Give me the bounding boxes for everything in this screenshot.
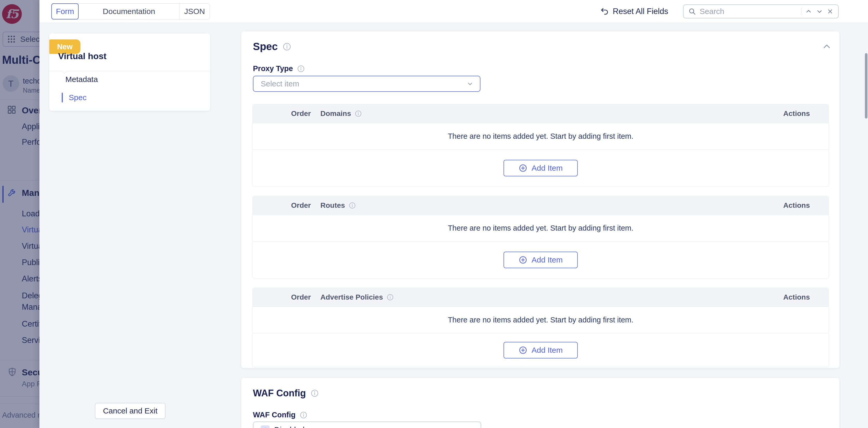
tab-documentation[interactable]: Documentation: [79, 4, 180, 19]
waf-config-section-header: WAF Config: [253, 388, 319, 399]
info-circle-icon[interactable]: [386, 294, 394, 301]
domains-header-text: Domains: [320, 110, 351, 118]
column-header-routes: Routes: [320, 201, 356, 210]
form-nav-panel: New Virtual host Metadata Spec: [49, 33, 210, 111]
domains-table: Order Domains Actions There are no items…: [252, 104, 829, 187]
domains-table-footer: Add Item: [253, 149, 829, 186]
add-route-item-button[interactable]: Add Item: [503, 252, 578, 268]
waf-config-field-label: WAF Config: [253, 410, 307, 419]
search-prev-button[interactable]: [805, 8, 812, 15]
form-title: Virtual host: [58, 51, 106, 61]
undo-arrow-icon: [600, 7, 609, 16]
spec-section-card: Spec Proxy Type Select item: [241, 31, 839, 368]
column-header-domains: Domains: [320, 110, 362, 118]
column-header-actions: Actions: [783, 201, 810, 210]
proxy-type-select[interactable]: Select item: [253, 76, 480, 92]
tab-json[interactable]: JSON: [180, 4, 210, 19]
nav-item-spec[interactable]: Spec: [69, 93, 86, 102]
waf-config-label-text: WAF Config: [253, 410, 296, 419]
add-item-label: Add Item: [531, 346, 563, 355]
search-next-button[interactable]: [816, 8, 823, 15]
routes-table-header: Order Routes Actions: [253, 196, 829, 215]
column-header-actions: Actions: [783, 293, 810, 301]
chevron-down-icon: [466, 80, 474, 87]
column-header-order: Order: [291, 293, 311, 301]
domains-table-header: Order Domains Actions: [253, 104, 829, 123]
column-header-actions: Actions: [783, 110, 810, 118]
search-input[interactable]: [700, 7, 798, 16]
scrollbar-thumb[interactable]: [865, 53, 867, 119]
info-circle-icon[interactable]: [349, 202, 356, 209]
info-circle-icon[interactable]: [300, 411, 307, 419]
advertise-policies-empty-message: There are no items added yet. Start by a…: [253, 307, 829, 333]
search-clear-button[interactable]: [827, 8, 834, 15]
active-item-indicator: [62, 93, 63, 102]
reset-all-fields-button[interactable]: Reset All Fields: [600, 6, 668, 17]
add-domain-item-button[interactable]: Add Item: [503, 160, 578, 176]
routes-table: Order Routes Actions There are no items …: [252, 196, 829, 279]
column-header-order: Order: [291, 201, 311, 210]
waf-config-value-text: Disabled: [274, 425, 305, 428]
routes-empty-message: There are no items added yet. Start by a…: [253, 215, 829, 241]
plus-circle-icon: [519, 255, 527, 264]
info-circle-icon[interactable]: [354, 110, 362, 117]
view-tab-group: Form Documentation JSON: [51, 3, 210, 20]
add-item-label: Add Item: [531, 255, 563, 264]
waf-config-value: Disabled: [261, 425, 467, 428]
reset-all-fields-label: Reset All Fields: [613, 7, 668, 16]
routes-header-text: Routes: [320, 201, 345, 210]
waf-disabled-icon: [261, 425, 270, 428]
search-box: [683, 4, 839, 19]
collapse-notch: [62, 68, 67, 74]
search-icon: [688, 7, 696, 15]
plus-circle-icon: [519, 164, 527, 173]
info-circle-icon[interactable]: [297, 65, 305, 73]
column-header-advertise-policies: Advertise Policies: [320, 293, 394, 301]
modal-header: Form Documentation JSON Reset All Fields: [39, 0, 868, 23]
divider: [801, 7, 801, 15]
routes-table-footer: Add Item: [253, 241, 829, 278]
virtual-host-modal: Form Documentation JSON Reset All Fields: [39, 0, 868, 428]
proxy-type-label-text: Proxy Type: [253, 64, 293, 73]
modal-backdrop: [0, 0, 39, 428]
spec-section-header: Spec: [253, 41, 291, 52]
advertise-policies-table: Order Advertise Policies Actions There a…: [252, 288, 829, 367]
info-circle-icon[interactable]: [311, 389, 319, 397]
add-advertise-policy-item-button[interactable]: Add Item: [503, 342, 578, 359]
spec-section-title: Spec: [253, 41, 278, 52]
waf-config-select[interactable]: Disabled: [253, 422, 481, 428]
advertise-policies-table-footer: Add Item: [253, 333, 829, 367]
cancel-and-exit-button[interactable]: Cancel and Exit: [95, 403, 165, 419]
advertise-policies-table-header: Order Advertise Policies Actions: [253, 288, 829, 307]
nav-item-metadata[interactable]: Metadata: [65, 75, 98, 84]
proxy-type-field-label: Proxy Type: [253, 64, 305, 73]
add-item-label: Add Item: [531, 164, 563, 173]
info-circle-icon[interactable]: [282, 42, 291, 51]
waf-config-section-card: WAF Config WAF Config: [241, 378, 839, 428]
chevron-down-icon: [467, 426, 474, 428]
proxy-type-placeholder: Select item: [261, 80, 466, 88]
tab-form[interactable]: Form: [51, 3, 79, 20]
waf-config-section-title: WAF Config: [253, 388, 306, 399]
column-header-order: Order: [291, 110, 311, 118]
domains-empty-message: There are no items added yet. Start by a…: [253, 123, 829, 149]
divider: [49, 71, 210, 71]
advertise-policies-header-text: Advertise Policies: [320, 293, 383, 301]
plus-circle-icon: [519, 346, 527, 355]
collapse-section-button[interactable]: [822, 42, 832, 52]
